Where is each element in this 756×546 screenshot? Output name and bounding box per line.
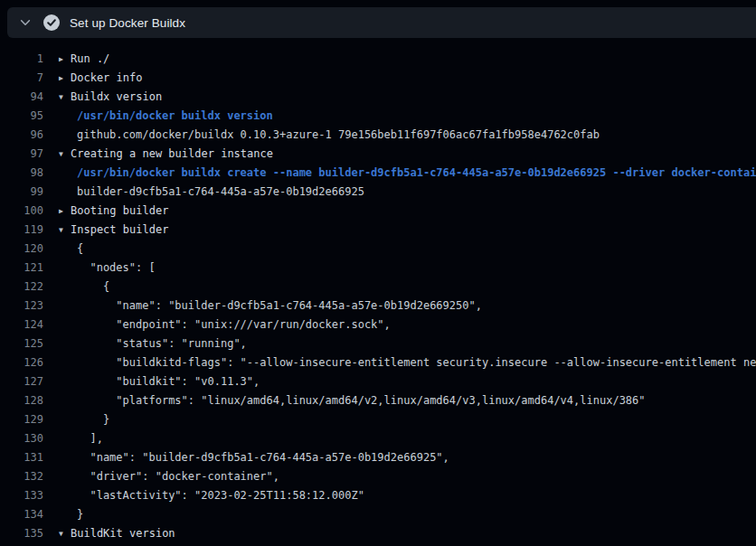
log-line[interactable]: 100▶Booting builder — [0, 202, 756, 221]
disclosure-triangle-icon: ▶ — [59, 202, 71, 221]
log-line: 130 ], — [0, 429, 756, 448]
line-number[interactable]: 123 — [0, 297, 43, 315]
group-title: Creating a new builder instance — [71, 145, 273, 164]
log-line[interactable]: 97▼Creating a new builder instance — [0, 145, 756, 164]
line-number[interactable]: 124 — [0, 315, 43, 334]
line-number[interactable]: 131 — [0, 448, 43, 467]
line-number[interactable]: 120 — [0, 240, 43, 259]
disclosure-triangle-icon: ▼ — [59, 221, 71, 240]
output-text: "name": "builder-d9cfb5a1-c764-445a-a57e… — [77, 297, 482, 315]
line-number[interactable]: 100 — [0, 202, 43, 221]
group-title: Inspect builder — [71, 221, 168, 240]
log-line: 120{ — [0, 240, 756, 259]
log-line: 122 { — [0, 278, 756, 297]
log-line: 96github.com/docker/buildx 0.10.3+azure-… — [0, 126, 756, 145]
group-title: Docker info — [71, 69, 142, 88]
output-text: } — [77, 505, 83, 524]
log-line: 127 "buildkit": "v0.11.3", — [0, 372, 756, 391]
line-number[interactable]: 133 — [0, 486, 43, 505]
group-title: Run ./ — [71, 50, 109, 69]
log-line: 132 "driver": "docker-container", — [0, 467, 756, 486]
line-number[interactable]: 125 — [0, 334, 43, 353]
disclosure-triangle-icon: ▼ — [59, 145, 71, 164]
output-text: "status": "running", — [77, 334, 247, 353]
disclosure-triangle-icon: ▶ — [59, 50, 71, 69]
output-text: { — [77, 278, 109, 297]
output-text: github.com/docker/buildx 0.10.3+azure-1 … — [77, 126, 600, 145]
log-line: 121 "nodes": [ — [0, 259, 756, 278]
line-number[interactable]: 134 — [0, 505, 43, 524]
output-text: } — [77, 410, 109, 429]
command-text: /usr/bin/docker buildx version — [77, 107, 273, 126]
log-line: 125 "status": "running", — [0, 334, 756, 353]
output-text: "driver": "docker-container", — [77, 467, 279, 486]
output-text: builder-d9cfb5a1-c764-445a-a57e-0b19d2e6… — [77, 183, 364, 202]
log-container: 1▶Run ./7▶Docker info94▼Buildx version95… — [0, 38, 756, 546]
chevron-down-icon[interactable] — [19, 16, 32, 29]
line-number[interactable]: 1 — [0, 50, 43, 69]
disclosure-triangle-icon: ▼ — [59, 524, 71, 543]
log-line: 133 "lastActivity": "2023-02-25T11:58:12… — [0, 486, 756, 505]
line-number[interactable]: 96 — [0, 126, 43, 145]
output-text: { — [77, 240, 83, 259]
log-line: 95/usr/bin/docker buildx version — [0, 107, 756, 126]
log-line: 129 } — [0, 410, 756, 429]
line-number[interactable]: 119 — [0, 221, 43, 240]
log-line[interactable]: 1▶Run ./ — [0, 50, 756, 69]
line-number[interactable]: 121 — [0, 259, 43, 278]
output-text: "endpoint": "unix:///var/run/docker.sock… — [77, 315, 391, 334]
line-number[interactable]: 126 — [0, 353, 43, 372]
group-title: Buildx version — [71, 88, 162, 107]
step-title: Set up Docker Buildx — [70, 16, 185, 30]
log-line: 99builder-d9cfb5a1-c764-445a-a57e-0b19d2… — [0, 183, 756, 202]
output-text: "lastActivity": "2023-02-25T11:58:12.000… — [77, 486, 364, 505]
log-line[interactable]: 135▼BuildKit version — [0, 524, 756, 543]
output-text: ], — [77, 429, 103, 448]
line-number[interactable]: 97 — [0, 145, 43, 164]
line-number[interactable]: 122 — [0, 278, 43, 297]
line-number[interactable]: 132 — [0, 467, 43, 486]
log-line: 98/usr/bin/docker buildx create --name b… — [0, 164, 756, 183]
line-number[interactable]: 129 — [0, 410, 43, 429]
log-line: 131 "name": "builder-d9cfb5a1-c764-445a-… — [0, 448, 756, 467]
group-title: BuildKit version — [71, 524, 175, 543]
disclosure-triangle-icon: ▶ — [59, 69, 71, 88]
line-number[interactable]: 128 — [0, 391, 43, 410]
output-text: "platforms": "linux/amd64,linux/amd64/v2… — [77, 391, 646, 410]
line-number[interactable]: 98 — [0, 164, 43, 183]
check-circle-icon — [43, 14, 60, 31]
line-number[interactable]: 127 — [0, 372, 43, 391]
disclosure-triangle-icon: ▼ — [59, 88, 71, 107]
log-line[interactable]: 7▶Docker info — [0, 69, 756, 88]
step-header[interactable]: Set up Docker Buildx — [7, 7, 756, 38]
output-text: "buildkit": "v0.11.3", — [77, 372, 260, 391]
line-number[interactable]: 7 — [0, 69, 43, 88]
log-line: 134} — [0, 505, 756, 524]
log-line: 128 "platforms": "linux/amd64,linux/amd6… — [0, 391, 756, 410]
line-number[interactable]: 130 — [0, 429, 43, 448]
output-text: "name": "builder-d9cfb5a1-c764-445a-a57e… — [77, 448, 449, 467]
output-text: "buildkitd-flags": "--allow-insecure-ent… — [77, 353, 756, 372]
log-line: 124 "endpoint": "unix:///var/run/docker.… — [0, 315, 756, 334]
log-line: 126 "buildkitd-flags": "--allow-insecure… — [0, 353, 756, 372]
line-number[interactable]: 99 — [0, 183, 43, 202]
group-title: Booting builder — [71, 202, 168, 221]
log-line[interactable]: 94▼Buildx version — [0, 88, 756, 107]
log-line[interactable]: 119▼Inspect builder — [0, 221, 756, 240]
log-line: 123 "name": "builder-d9cfb5a1-c764-445a-… — [0, 297, 756, 315]
line-number[interactable]: 95 — [0, 107, 43, 126]
output-text: "nodes": [ — [77, 259, 156, 278]
command-text: /usr/bin/docker buildx create --name bui… — [77, 164, 756, 183]
line-number[interactable]: 94 — [0, 88, 43, 107]
line-number[interactable]: 135 — [0, 524, 43, 543]
